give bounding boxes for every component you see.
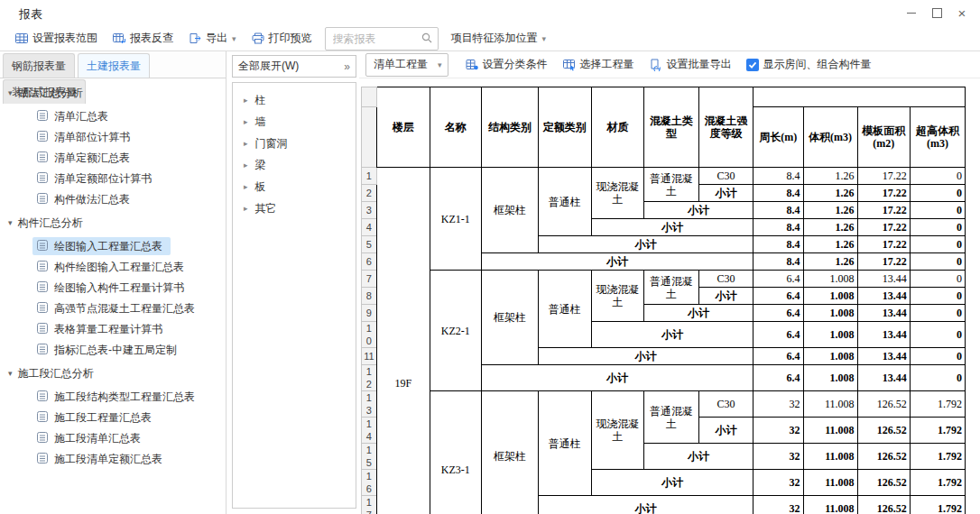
minimize-button[interactable] [899, 2, 924, 25]
row-number: 13 [362, 391, 377, 418]
tree-item-label: 高强节点混凝土工程量汇总表 [54, 301, 195, 317]
tab-土建报表量[interactable]: 土建报表量 [78, 53, 150, 78]
tree-item[interactable]: 构件做法汇总表 [32, 190, 138, 208]
chevron-down-icon: ▾ [542, 34, 547, 43]
tree-item[interactable]: 清单定额汇总表 [32, 149, 138, 167]
table-cell: 1.26 [803, 219, 857, 236]
component-tree-item[interactable]: ▸其它 [233, 197, 356, 219]
component-tree-item[interactable]: ▸梁 [233, 154, 356, 176]
doc-icon [36, 390, 49, 405]
triangle-right-icon: ▸ [244, 96, 248, 105]
component-tree-item[interactable]: ▸墙 [233, 111, 356, 133]
table-cell: 小计 [591, 470, 753, 496]
table-cell: 1.792 [910, 391, 965, 418]
report-toolbar-button[interactable]: 设置批量导出 [642, 54, 739, 76]
row-number: 16 [362, 470, 377, 496]
quantity-type-select[interactable]: 清单工程量 ▾ [365, 53, 448, 77]
tree-item-label: 表格算量工程量计算书 [54, 322, 162, 337]
toolbar-button-label: 导出 [206, 31, 227, 46]
report-list-panel: 钢筋报表量土建报表量装配式报表量 ▾做法汇总分析清单汇总表清单部位计算书清单定额… [0, 51, 227, 514]
classify-icon [465, 58, 479, 71]
feature-position-button[interactable]: 项目特征添加位置 ▾ [444, 28, 554, 50]
table-cell: 11.008 [803, 470, 857, 496]
table-cell: 8.4 [753, 236, 803, 253]
toolbar-button[interactable]: 打印预览 [244, 28, 319, 50]
table-cell: 1.008 [803, 322, 857, 348]
table-cell: 11.008 [803, 391, 857, 418]
table-cell: 8.4 [753, 202, 803, 219]
tree-item-label: 清单定额部位计算书 [54, 171, 152, 187]
table-cell: 0 [910, 253, 965, 271]
tree-item[interactable]: 施工段清单定额汇总表 [32, 450, 171, 468]
tree-item[interactable]: 高强节点混凝土工程量汇总表 [32, 299, 203, 317]
maximize-button[interactable] [924, 2, 949, 25]
table-cell: 小计 [643, 202, 753, 219]
table-cell: 小计 [698, 288, 753, 305]
tree-item[interactable]: 绘图输入构件工程量计算书 [32, 279, 192, 297]
tree-group[interactable]: ▾做法汇总分析 [0, 81, 226, 105]
table-cell: 现浇混凝土 [591, 168, 643, 219]
table-cell: 13.44 [857, 322, 910, 348]
doc-icon [36, 109, 49, 124]
table-cell: 13.44 [857, 365, 910, 391]
row-number: 3 [362, 202, 377, 219]
table-cell: 11.008 [803, 444, 857, 470]
expand-all-button[interactable]: 全部展开(W) » [232, 55, 356, 78]
component-tree-item[interactable]: ▸柱 [233, 89, 356, 111]
column-header: 结构类别 [481, 87, 538, 168]
tree-item[interactable]: 施工段清单汇总表 [32, 429, 149, 447]
table-cell: 普通柱 [538, 271, 591, 348]
toolbar-button[interactable]: 导出▾ [180, 28, 244, 50]
table-cell: 17.22 [857, 253, 910, 271]
tree-item[interactable]: 施工段结构类型工程量汇总表 [32, 388, 203, 406]
doc-icon [36, 130, 49, 145]
column-header: 周长(m) [753, 107, 803, 168]
component-tree-item[interactable]: ▸门窗洞 [233, 133, 356, 154]
table-cell: 13.44 [857, 348, 910, 365]
report-toolbar-button[interactable]: 设置分类条件 [458, 54, 555, 76]
show-room-combined-checkbox[interactable]: 显示房间、组合构件量 [741, 57, 877, 72]
titlebar: 报表 × [0, 0, 980, 27]
tree-item[interactable]: 清单定额部位计算书 [32, 170, 160, 188]
doc-icon [36, 410, 49, 426]
toolbar-button[interactable]: 报表反查 [105, 28, 180, 50]
table-cell: 8.4 [753, 185, 803, 202]
table-cell: 0 [910, 236, 965, 253]
table-cell: 现浇混凝土 [591, 391, 643, 470]
component-item-label: 墙 [255, 115, 266, 130]
triangle-right-icon: ▸ [244, 182, 248, 191]
tree-item-label: 构件绘图输入工程量汇总表 [54, 260, 184, 275]
tree-item-label: 施工段清单定额汇总表 [54, 452, 162, 467]
table-cell: 1.792 [910, 470, 965, 496]
table-cell: 32 [753, 444, 803, 470]
report-toolbar-button-label: 设置批量导出 [667, 57, 732, 72]
tree-item[interactable]: 指标汇总表-中建五局定制 [32, 341, 185, 359]
report-toolbar-button[interactable]: 选择工程量 [555, 54, 642, 76]
tree-item[interactable]: 施工段工程量汇总表 [32, 408, 160, 427]
triangle-right-icon: ▸ [244, 161, 248, 170]
select-quantity-icon [562, 58, 577, 71]
export-icon [188, 32, 202, 45]
tree-item[interactable]: 表格算量工程量计算书 [32, 320, 171, 338]
table-cell: 框架柱 [481, 391, 538, 514]
quantity-type-label: 清单工程量 [374, 57, 428, 72]
toolbar-button[interactable]: 设置报表范围 [7, 28, 105, 50]
row-number: 12 [362, 365, 377, 391]
close-button[interactable]: × [949, 2, 975, 25]
tree-item[interactable]: 构件绘图输入工程量汇总表 [32, 258, 192, 276]
table-cell: 17.22 [857, 219, 910, 236]
tree-item[interactable]: 绘图输入工程量汇总表 [32, 237, 171, 255]
search-input[interactable] [331, 28, 418, 50]
tree-item[interactable]: 清单汇总表 [32, 107, 116, 125]
tab-钢筋报表量[interactable]: 钢筋报表量 [3, 53, 75, 78]
tree-item-label: 指标汇总表-中建五局定制 [54, 343, 177, 358]
tree-item-label: 绘图输入工程量汇总表 [54, 239, 162, 254]
tree-group[interactable]: ▾构件汇总分析 [0, 211, 226, 234]
tree-group[interactable]: ▾施工段汇总分析 [0, 362, 226, 385]
table-cell: 0 [910, 185, 965, 202]
triangle-right-icon: ▸ [244, 117, 248, 126]
grid-icon [14, 32, 29, 45]
component-tree-item[interactable]: ▸板 [233, 176, 356, 197]
tree-item[interactable]: 清单部位计算书 [32, 128, 138, 146]
table-cell: 0 [910, 305, 965, 322]
